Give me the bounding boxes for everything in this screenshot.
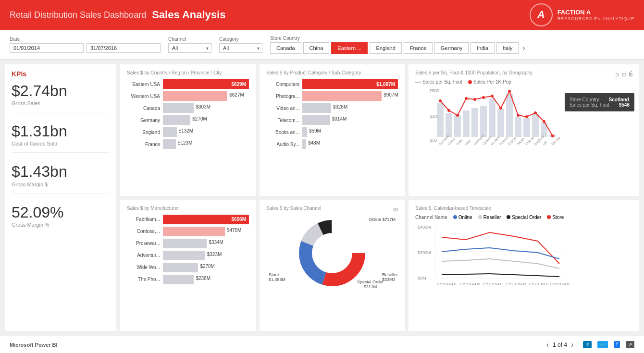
svg-text:US: US <box>542 140 548 146</box>
bar-label: Prosewar... <box>127 241 163 246</box>
svg-text:CY2014-H2: CY2014-H2 <box>460 282 480 286</box>
bar-label: Video an... <box>266 106 302 111</box>
linkedin-icon[interactable]: in <box>583 341 592 348</box>
geo-icon-2[interactable]: ⊡ <box>622 72 626 77</box>
date-range <box>10 43 161 53</box>
category-select-wrapper: All <box>219 43 262 53</box>
bar-value: $132M <box>179 128 194 134</box>
bar-proseware: Prosewar... $334M <box>127 239 249 248</box>
country-btn-india[interactable]: India <box>471 42 495 54</box>
tooltip-row2: Sales per Sq. Foot $546 <box>570 102 630 108</box>
tooltip-store-country-label: Store Country <box>570 97 599 102</box>
country-chart-panel: Sales $ by Country / Region / Province /… <box>120 64 256 196</box>
bar-western-usa: Western USA $627M <box>127 91 249 101</box>
bar-label: The Pho... <box>127 277 163 282</box>
svg-text:Mexico: Mexico <box>551 136 561 146</box>
svg-text:Japan: Japan <box>516 137 525 146</box>
next-page-button[interactable]: › <box>571 341 573 349</box>
manufacturer-bars: Fabrikam... $656M Contoso,... $470M Pros… <box>127 215 249 284</box>
legend-store: Store <box>547 215 564 220</box>
channel-select[interactable]: All <box>168 43 211 53</box>
timescale-legend: Channel Name Online Reseller Special Ord… <box>415 215 632 220</box>
header-title-sub: Sales Analysis <box>152 9 225 21</box>
svg-point-26 <box>517 114 520 117</box>
tooltip-sales-value: $546 <box>619 102 630 108</box>
category-select[interactable]: All <box>219 43 262 53</box>
svg-rect-8 <box>480 106 487 137</box>
svg-text:France: France <box>525 136 534 146</box>
country-btn-china[interactable]: China <box>303 42 330 54</box>
bar-contoso: Contoso,... $470M <box>127 227 249 236</box>
bar-eastern-usa: Eastern USA $829M <box>127 79 249 89</box>
bar-label: France <box>127 142 163 147</box>
country-btn-italy[interactable]: Italy <box>496 42 519 54</box>
country-btn-eastern[interactable]: Eastern ... <box>331 42 368 54</box>
bar-value: $829M <box>231 82 246 87</box>
svg-point-17 <box>439 99 442 102</box>
footer-brand: Microsoft Power BI <box>10 342 58 348</box>
bar-value: $627M <box>229 92 244 97</box>
bar-label: Contoso,... <box>127 229 163 234</box>
product-chart-bars: Computers $1,087M Photogra... $907M Vide… <box>266 79 398 149</box>
bar-france: France $123M <box>127 139 249 149</box>
svg-text:Italy: Italy <box>464 139 471 146</box>
kpi-gross-margin-pct: 52.09% Gross Margin % <box>12 204 110 233</box>
bar-label: Adventur... <box>127 253 163 258</box>
tooltip-store-country-value: Scotland <box>609 97 629 102</box>
kpi-cogs-value: $1.31bn <box>12 123 110 140</box>
geo-icon-1[interactable]: ⊙ <box>615 72 619 77</box>
svg-rect-3 <box>437 103 444 137</box>
svg-point-24 <box>499 107 502 110</box>
facebook-icon[interactable]: f <box>614 341 620 348</box>
channel-select-wrapper: All <box>168 43 211 53</box>
bar-video: Video an... $328M <box>266 103 398 113</box>
svg-text:$200M: $200M <box>418 250 431 255</box>
bar-value: $334M <box>209 240 223 245</box>
svg-rect-13 <box>523 118 530 137</box>
country-buttons: Canada China Eastern ... England France … <box>270 42 527 54</box>
svg-text:CY2015-H1: CY2015-H1 <box>483 282 503 286</box>
svg-rect-6 <box>463 110 470 137</box>
kpi-gross-sales-label: Gross Sales <box>12 100 110 106</box>
date-filter-group: Date <box>10 37 161 53</box>
store-country-label: Store Country <box>270 36 527 41</box>
date-end-input[interactable] <box>87 43 161 53</box>
channel-email-icon[interactable]: ✉ <box>393 207 398 213</box>
country-btn-england[interactable]: England <box>370 42 401 54</box>
svg-rect-14 <box>532 114 539 137</box>
svg-text:$400M: $400M <box>418 225 431 230</box>
svg-text:CY2016-H1: CY2016-H1 <box>529 282 549 286</box>
country-nav-right[interactable]: › <box>520 44 527 52</box>
manufacturer-chart-panel: Sales $ by Manufacturer Fabrikam... $656… <box>120 200 256 331</box>
twitter-icon[interactable]: 🐦 <box>597 341 608 348</box>
product-chart-title: Sales $ by Product Category / Sub-Catego… <box>266 70 398 75</box>
legend-online: Online <box>453 215 472 220</box>
footer-social-icons: in 🐦 f ↗ <box>583 341 634 348</box>
country-chart-title: Sales $ by Country / Region / Province /… <box>127 70 249 75</box>
bar-label: Audio Sy... <box>266 142 302 147</box>
bar-label: England <box>127 130 163 135</box>
manufacturer-chart-title: Sales $ by Manufacturer <box>127 206 249 211</box>
country-btn-germany[interactable]: Germany <box>434 42 469 54</box>
svg-rect-5 <box>454 115 461 137</box>
date-start-input[interactable] <box>10 43 84 53</box>
legend-reseller: Reseller <box>478 215 501 220</box>
bar-label: Canada <box>127 106 163 111</box>
footer: Microsoft Power BI ‹ 1 of 4 › in 🐦 f ↗ <box>0 336 644 353</box>
geo-legend-pop: Sales Per 1K Pop <box>468 79 511 85</box>
bar-value: $270M <box>200 264 215 269</box>
prev-page-button[interactable]: ‹ <box>546 341 549 349</box>
share-icon[interactable]: ↗ <box>626 341 634 348</box>
filter-bar: Date Channel All Category All Store Coun… <box>0 30 644 60</box>
svg-point-28 <box>534 111 537 114</box>
logo-letter: A <box>537 9 545 21</box>
country-btn-canada[interactable]: Canada <box>270 42 301 54</box>
svg-text:India: India <box>456 138 463 146</box>
country-btn-france[interactable]: France <box>404 42 433 54</box>
svg-text:$500: $500 <box>430 88 439 93</box>
bar-value: $303M <box>196 104 211 110</box>
geo-icon-expand[interactable]: ⤢ <box>629 69 632 74</box>
bar-books: Books an... $59M <box>266 127 398 137</box>
bar-value: $270M <box>192 116 207 122</box>
kpi-panel: KPIs $2.74bn Gross Sales $1.31bn Cost of… <box>5 64 116 331</box>
